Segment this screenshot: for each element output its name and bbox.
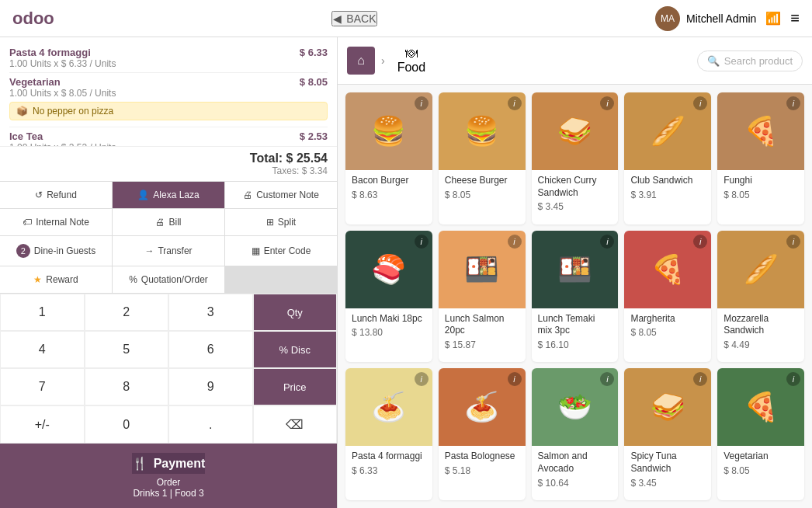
numpad-key-Price[interactable]: Price <box>253 368 338 405</box>
menu-icon[interactable]: ≡ <box>790 9 800 27</box>
product-name: Lunch Salmon 20pc <box>445 313 519 337</box>
product-info-icon[interactable]: i <box>508 96 522 110</box>
numpad-key-3[interactable]: 3 <box>168 294 253 331</box>
product-info-icon[interactable]: i <box>508 235 522 249</box>
breadcrumb-arrow: › <box>381 54 385 67</box>
product-card[interactable]: 🍕 i Funghi $ 8.05 <box>717 92 804 224</box>
product-card[interactable]: 🍝 i Pasta 4 formaggi $ 6.33 <box>345 368 432 500</box>
product-info: Lunch Salmon 20pc $ 15.87 <box>439 308 526 357</box>
product-info: Chicken Curry Sandwich $ 3.45 <box>532 170 619 218</box>
action-btn-label: Internal Note <box>36 217 89 228</box>
product-info: Bacon Burger $ 8.63 <box>345 170 432 207</box>
product-price: $ 13.80 <box>352 327 426 338</box>
product-card[interactable]: 🥗 i Salmon and Avocado $ 10.64 <box>532 368 619 500</box>
product-info: Club Sandwich $ 3.91 <box>624 170 711 207</box>
numpad-key-[interactable]: ⌫ <box>253 405 338 444</box>
product-card[interactable]: 🥖 i Mozzarella Sandwich $ 4.49 <box>717 231 804 363</box>
product-name: Cheese Burger <box>445 175 519 187</box>
order-item[interactable]: Ice Tea $ 2.53 1.00 Units x $ 2.53 / Uni… <box>9 127 328 146</box>
search-placeholder: Search product <box>724 55 793 67</box>
numpad-key-Disc[interactable]: % Disc <box>253 331 338 368</box>
product-card[interactable]: 🍕 i Vegetarian $ 8.05 <box>717 368 804 500</box>
right-header: ⌂ › 🍽 Food 🔍 Search product <box>338 37 812 85</box>
product-price: $ 6.33 <box>352 465 426 476</box>
action-btn-alexa-laza[interactable]: 👤Alexa Laza <box>113 182 224 208</box>
action-btn-transfer[interactable]: →Transfer <box>113 236 224 266</box>
numpad-key-[interactable]: . <box>168 405 253 444</box>
item-name: Ice Tea <box>9 130 43 142</box>
item-note: 📦No pepper on pizza <box>9 102 328 120</box>
product-card[interactable]: 🍱 i Lunch Salmon 20pc $ 15.87 <box>439 231 526 363</box>
action-btn-label: Alexa Laza <box>153 190 199 200</box>
product-info-icon[interactable]: i <box>415 96 429 110</box>
product-price: $ 3.45 <box>630 478 705 489</box>
product-info: Cheese Burger $ 8.05 <box>439 170 526 207</box>
product-info-icon[interactable]: i <box>786 235 800 249</box>
product-card[interactable]: 🍔 i Cheese Burger $ 8.05 <box>439 92 526 224</box>
numpad-key-0[interactable]: 0 <box>85 405 169 444</box>
numpad-key-5[interactable]: 5 <box>85 331 169 368</box>
right-panel: ⌂ › 🍽 Food 🔍 Search product 🍔 i Bacon Bu… <box>338 37 812 508</box>
payment-button[interactable]: 🍴 Payment <box>132 453 206 474</box>
action-btn-refund[interactable]: ↺Refund <box>0 182 112 208</box>
product-card[interactable]: 🥖 i Club Sandwich $ 3.91 <box>624 92 711 224</box>
back-button[interactable]: ◀ BACK <box>331 11 377 26</box>
tax-amount: Taxes: $ 3.34 <box>9 165 328 176</box>
action-btn-bill[interactable]: 🖨Bill <box>113 209 224 235</box>
item-name: Vegetarian <box>9 76 61 88</box>
action-btn-split[interactable]: ⊞Split <box>225 209 337 235</box>
product-card[interactable]: 🥪 i Spicy Tuna Sandwich $ 3.45 <box>624 368 711 500</box>
action-btn-quotation-order[interactable]: %Quotation/Order <box>113 266 224 293</box>
product-info-icon[interactable]: i <box>508 372 522 386</box>
product-info: Lunch Maki 18pc $ 13.80 <box>345 308 432 345</box>
order-item[interactable]: Vegetarian $ 8.05 1.00 Units x $ 8.05 / … <box>9 73 328 127</box>
product-info-icon[interactable]: i <box>693 235 707 249</box>
numpad-key-1[interactable]: 1 <box>0 294 85 331</box>
product-price: $ 3.91 <box>630 190 705 200</box>
action-btn-label: Customer Note <box>256 190 319 200</box>
action-buttons: ↺Refund👤Alexa Laza🖨Customer Note🏷Interna… <box>0 181 337 293</box>
action-btn-dine-in-guests[interactable]: 2Dine-in Guests <box>0 236 112 266</box>
numpad-key-4[interactable]: 4 <box>0 331 85 368</box>
action-btn-customer-note[interactable]: 🖨Customer Note <box>225 182 337 208</box>
product-info-icon[interactable]: i <box>786 96 800 110</box>
product-card[interactable]: 🍕 i Margherita $ 8.05 <box>624 231 711 363</box>
product-card[interactable]: 🍣 i Lunch Maki 18pc $ 13.80 <box>345 231 432 363</box>
order-footer: 🍴 Payment Order Drinks 1 | Food 3 <box>0 444 337 508</box>
product-info: Vegetarian $ 8.05 <box>717 446 804 482</box>
product-card[interactable]: 🍱 i Lunch Temaki mix 3pc $ 16.10 <box>532 231 619 363</box>
product-price: $ 8.05 <box>630 327 705 338</box>
product-card[interactable]: 🍔 i Bacon Burger $ 8.63 <box>345 92 432 224</box>
product-info: Lunch Temaki mix 3pc $ 16.10 <box>532 308 619 357</box>
numpad-key-Qty[interactable]: Qty <box>253 294 338 331</box>
numpad-key-6[interactable]: 6 <box>168 331 253 368</box>
product-info-icon[interactable]: i <box>415 235 429 249</box>
product-info: Pasta Bolognese $ 5.18 <box>439 446 526 482</box>
numpad-key-9[interactable]: 9 <box>168 368 253 405</box>
product-card[interactable]: 🥪 i Chicken Curry Sandwich $ 3.45 <box>532 92 619 224</box>
odoo-logo: odoo <box>12 9 54 29</box>
numpad-key-[interactable]: +/- <box>0 405 85 444</box>
product-card[interactable]: 🍝 i Pasta Bolognese $ 5.18 <box>439 368 526 500</box>
action-btn-label: Transfer <box>158 245 192 256</box>
action-btn-reward[interactable]: ★Reward <box>0 266 112 293</box>
order-items-list: Pasta 4 formaggi $ 6.33 1.00 Units x $ 6… <box>0 37 337 146</box>
food-category[interactable]: 🍽 Food <box>391 43 432 78</box>
total-amount: Total: $ 25.54 <box>9 151 328 165</box>
numpad-key-8[interactable]: 8 <box>85 368 169 405</box>
item-name: Pasta 4 formaggi <box>9 47 91 58</box>
action-btn-internal-note[interactable]: 🏷Internal Note <box>0 209 112 235</box>
item-detail: 1.00 Units x $ 6.33 / Units <box>9 58 328 69</box>
search-box[interactable]: 🔍 Search product <box>697 50 803 71</box>
product-name: Bacon Burger <box>352 175 426 187</box>
product-info-icon[interactable]: i <box>600 235 614 249</box>
home-button[interactable]: ⌂ <box>347 47 375 75</box>
action-btn-label: Split <box>278 217 296 228</box>
product-price: $ 8.63 <box>352 190 426 200</box>
numpad-key-7[interactable]: 7 <box>0 368 85 405</box>
product-name: Club Sandwich <box>630 175 705 187</box>
order-item[interactable]: Pasta 4 formaggi $ 6.33 1.00 Units x $ 6… <box>9 43 328 73</box>
product-name: Lunch Temaki mix 3pc <box>538 313 612 337</box>
action-btn-enter-code[interactable]: ▦Enter Code <box>225 236 337 266</box>
numpad-key-2[interactable]: 2 <box>85 294 169 331</box>
